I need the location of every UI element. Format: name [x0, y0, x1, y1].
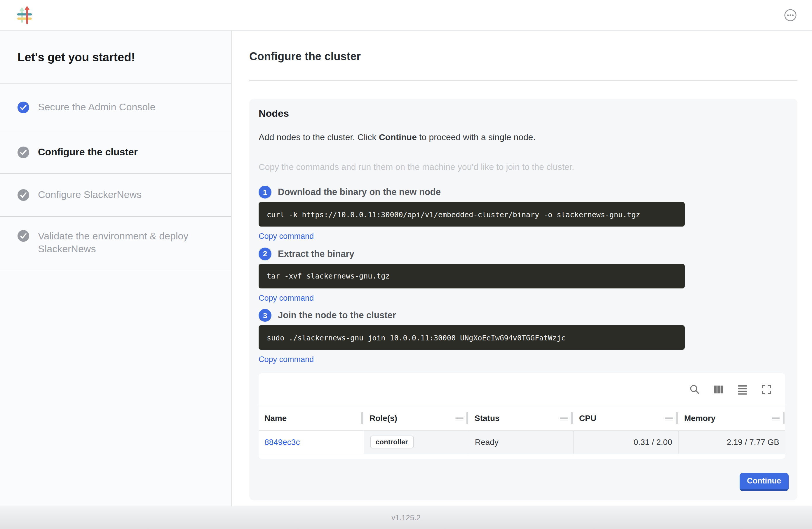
table-density-button[interactable] [737, 383, 749, 395]
step-2-command-code: tar -xvf slackernews-gnu.tgz [259, 263, 685, 288]
role-chip: controller [370, 435, 414, 448]
continue-button[interactable]: Continue [739, 473, 789, 491]
step-1-copy-command-link[interactable]: Copy command [259, 232, 314, 240]
table-fullscreen-button[interactable] [760, 383, 772, 395]
column-separator [783, 412, 785, 424]
check-circle-pending-icon [17, 230, 29, 242]
fullscreen-icon [760, 383, 772, 395]
topbar [0, 0, 812, 31]
node-name-cell: 8849ec3c [259, 430, 364, 454]
column-header-cpu[interactable]: CPU [573, 406, 678, 430]
column-header-memory[interactable]: Memory [678, 406, 785, 430]
column-separator [466, 412, 468, 424]
setup-steps-sidebar: Let's get you started! Secure the Admin … [0, 31, 232, 506]
title-divider [249, 80, 797, 81]
circled-ellipsis-icon [784, 9, 797, 22]
column-separator [361, 412, 363, 424]
check-circle-pending-icon [17, 146, 29, 158]
node-status-cell: Ready [469, 430, 573, 454]
nodes-table-container: Name Role(s) Statu [259, 373, 785, 459]
column-menu-icon[interactable] [455, 415, 464, 421]
step-3-copy-command-link[interactable]: Copy command [259, 356, 314, 363]
sidebar-step-label: Configure the cluster [38, 146, 138, 159]
page-title: Configure the cluster [249, 50, 812, 63]
table-search-button[interactable] [689, 383, 700, 395]
footer: v1.125.2 [0, 506, 812, 529]
step-1-command-code: curl -k https://10.0.0.11:30000/api/v1/e… [259, 202, 685, 227]
column-menu-icon[interactable] [560, 415, 568, 421]
node-name-link[interactable]: 8849ec3c [264, 437, 300, 447]
column-header-roles[interactable]: Role(s) [364, 406, 469, 430]
card-actions: Continue [259, 473, 789, 491]
nodes-heading: Nodes [259, 108, 797, 120]
step-2-number-badge: 2 [259, 247, 272, 260]
column-separator [571, 412, 572, 424]
column-header-status[interactable]: Status [469, 406, 573, 430]
nodes-table: Name Role(s) Statu [259, 405, 785, 454]
nodes-intro: Add nodes to the cluster. Click Continue… [259, 132, 797, 142]
table-columns-button[interactable] [713, 383, 724, 395]
column-header-name[interactable]: Name [259, 406, 364, 430]
search-icon [689, 383, 700, 395]
more-menu-button[interactable] [784, 9, 797, 22]
column-separator [676, 412, 678, 424]
sidebar-title: Let's get you started! [0, 31, 231, 84]
step-1-number-badge: 1 [259, 186, 272, 199]
table-toolbar [259, 373, 785, 405]
slackernews-logo-icon [17, 6, 32, 25]
step-3-header: 3 Join the node to the cluster [259, 309, 797, 322]
view-columns-icon [713, 383, 724, 395]
check-circle-pending-icon [17, 189, 29, 201]
sidebar-step-configure-cluster[interactable]: Configure the cluster [0, 131, 231, 174]
sidebar-step-label: Secure the Admin Console [38, 101, 156, 114]
sidebar-step-validate-deploy[interactable]: Validate the environment & deploy Slacke… [0, 217, 231, 270]
sidebar-step-secure-admin-console[interactable]: Secure the Admin Console [0, 84, 231, 131]
step-1-header: 1 Download the binary on the new node [259, 186, 797, 199]
nodes-card: Nodes Add nodes to the cluster. Click Co… [249, 99, 797, 500]
main-content: Configure the cluster Nodes Add nodes to… [232, 31, 812, 506]
sidebar-step-label: Validate the environment & deploy Slacke… [38, 230, 214, 256]
check-circle-complete-icon [17, 102, 29, 113]
node-roles-cell: controller [364, 430, 469, 454]
column-menu-icon[interactable] [772, 415, 780, 421]
step-3-command-code: sudo ./slackernews-gnu join 10.0.0.11:30… [259, 325, 685, 350]
version-label: v1.125.2 [391, 513, 421, 522]
density-icon [737, 383, 749, 395]
column-menu-icon[interactable] [665, 415, 673, 421]
step-3-number-badge: 3 [259, 309, 272, 322]
node-memory-cell: 2.19 / 7.77 GB [678, 430, 785, 454]
table-row: 8849ec3c controller Ready 0.31 / 2.00 2.… [259, 430, 785, 454]
sidebar-step-configure-slackernews[interactable]: Configure SlackerNews [0, 174, 231, 217]
join-hint-text: Copy the commands and run them on the ma… [259, 162, 797, 172]
table-header-row: Name Role(s) Statu [259, 406, 785, 430]
sidebar-step-label: Configure SlackerNews [38, 189, 142, 201]
admin-console-app: Let's get you started! Secure the Admin … [0, 0, 812, 529]
step-2-copy-command-link[interactable]: Copy command [259, 294, 314, 302]
node-cpu-cell: 0.31 / 2.00 [573, 430, 678, 454]
step-2-header: 2 Extract the binary [259, 247, 797, 260]
